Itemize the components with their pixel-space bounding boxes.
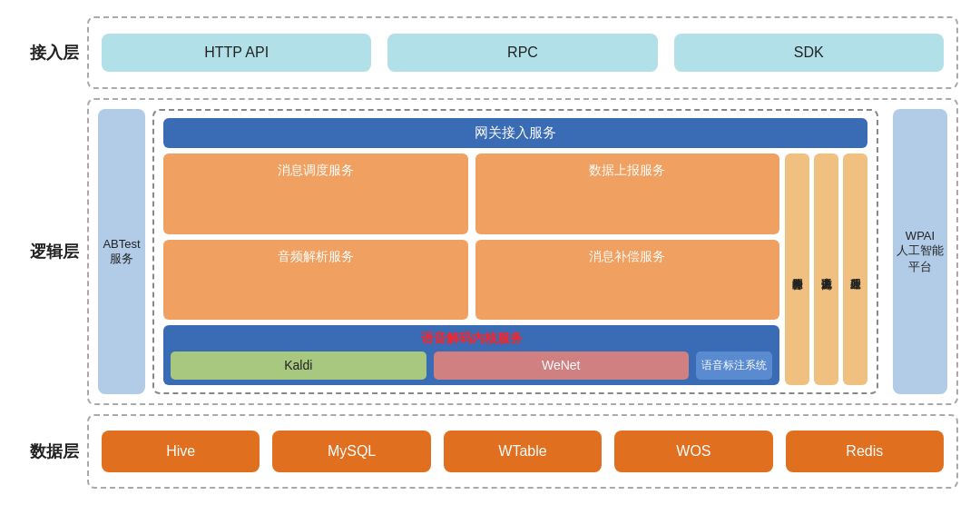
abtest-label: ABTest服务: [103, 237, 140, 267]
kaldi-box: Kaldi: [171, 352, 426, 380]
silence-detect-box: 静音检测服务: [785, 153, 809, 385]
wtable-box: WTable: [444, 431, 602, 472]
redis-box: Redis: [786, 431, 944, 472]
gateway-bar: 网关接入服务: [163, 118, 867, 148]
label-system-box: 语音标注系统: [696, 352, 772, 380]
data-layer-content: Hive MySQL WTable WOS Redis: [87, 414, 958, 489]
rpc-box: RPC: [387, 34, 657, 72]
wos-box: WOS: [614, 431, 772, 472]
audio-parse-box: 音频解析服务: [163, 240, 468, 321]
access-layer-content: HTTP API RPC SDK: [87, 16, 958, 89]
logic-layer-label: 逻辑层: [22, 98, 87, 405]
abtest-box: ABTest服务: [98, 109, 145, 394]
message-compensate-box: 消息补偿服务: [475, 240, 780, 321]
logic-layer-row: 逻辑层 ABTest服务 网关接入服务 消息调度服务 数据上报服务: [22, 98, 958, 405]
data-report-box: 数据上报服务: [475, 153, 780, 234]
wpai-box: WPAI人工智能平台: [893, 109, 947, 394]
post-process-box: 后处理服务: [843, 153, 867, 385]
sdk-box: SDK: [674, 34, 944, 72]
mysql-box: MySQL: [272, 431, 430, 472]
access-layer-label: 接入层: [22, 16, 87, 89]
data-layer-label: 数据层: [22, 414, 87, 489]
architecture-diagram: 接入层 HTTP API RPC SDK 逻辑层 ABTest服务 网关接入服务: [0, 0, 980, 505]
core-title: 语音解码内核服务: [171, 331, 772, 347]
access-layer-row: 接入层 HTTP API RPC SDK: [22, 16, 958, 89]
wenet-box: WeNet: [434, 352, 690, 380]
logic-layer-content: ABTest服务 网关接入服务 消息调度服务 数据上报服务: [87, 98, 958, 405]
hive-box: Hive: [102, 431, 260, 472]
core-boxes-row: Kaldi WeNet 语音标注系统: [171, 352, 772, 380]
wpai-label: WPAI人工智能平台: [897, 229, 944, 275]
side-vertical-boxes: 静音检测服务 说话人分离服务 后处理服务: [785, 153, 867, 385]
logic-inner-dashed: 网关接入服务 消息调度服务 数据上报服务 音频解析服务 消息补偿服务: [152, 109, 878, 394]
data-layer-row: 数据层 Hive MySQL WTable WOS Redis: [22, 414, 958, 489]
message-schedule-box: 消息调度服务: [163, 153, 468, 234]
core-section: 语音解码内核服务 Kaldi WeNet 语音标注系统: [163, 325, 779, 385]
speaker-separate-box: 说话人分离服务: [814, 153, 838, 385]
http-api-box: HTTP API: [102, 34, 371, 72]
